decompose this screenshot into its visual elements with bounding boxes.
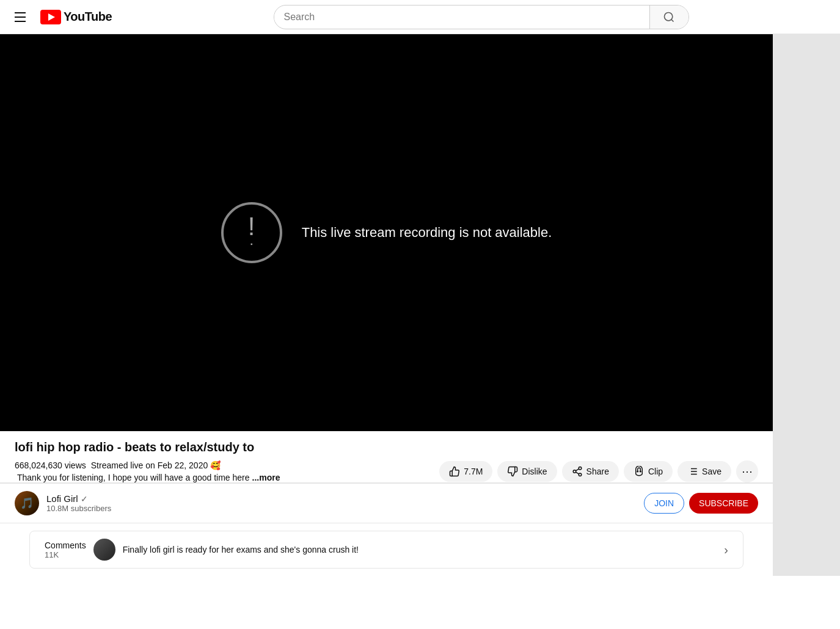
search-button[interactable] bbox=[649, 5, 688, 29]
subscriber-count: 10.8M subscribers bbox=[46, 504, 111, 513]
commenter-avatar-image bbox=[93, 539, 115, 561]
comments-bar[interactable]: Comments 11K Finally lofi girl is ready … bbox=[29, 531, 743, 569]
streamed-date: Streamed live on Feb 22, 2020 bbox=[91, 460, 208, 470]
action-buttons: 7.7M Dislike Share bbox=[439, 460, 758, 482]
svg-point-4 bbox=[579, 473, 582, 476]
share-icon bbox=[572, 466, 583, 477]
header-center bbox=[132, 5, 830, 29]
clip-label: Clip bbox=[648, 467, 663, 476]
comments-section: Comments 11K Finally lofi girl is ready … bbox=[0, 523, 773, 576]
channel-avatar[interactable]: 🎵 bbox=[15, 491, 39, 515]
emoji-decoration: 🥰 bbox=[210, 460, 221, 470]
video-meta-row: 668,024,630 views Streamed live on Feb 2… bbox=[15, 460, 758, 482]
search-input[interactable] bbox=[274, 12, 649, 23]
channel-name-row: Lofi Girl ✓ bbox=[46, 493, 111, 504]
save-label: Save bbox=[702, 467, 721, 476]
youtube-wordmark: YouTube bbox=[64, 10, 112, 24]
video-info: lofi hip hop radio - beats to relax/stud… bbox=[0, 431, 773, 482]
error-message: This live stream recording is not availa… bbox=[302, 225, 552, 241]
hamburger-menu[interactable] bbox=[10, 7, 31, 27]
clip-button[interactable]: Clip bbox=[624, 461, 673, 482]
description-snippet: Thank you for listening, I hope you will… bbox=[17, 473, 250, 482]
header: YouTube bbox=[0, 0, 840, 34]
like-count: 7.7M bbox=[464, 467, 483, 476]
video-stats: 668,024,630 views Streamed live on Feb 2… bbox=[15, 460, 393, 482]
thumbs-up-icon bbox=[449, 466, 460, 477]
exclamation-icon: ! bbox=[248, 214, 255, 239]
subscribe-button[interactable]: SUBSCRIBE bbox=[689, 493, 758, 514]
channel-details: Lofi Girl ✓ 10.8M subscribers bbox=[46, 493, 111, 513]
error-dot: ▪ bbox=[250, 241, 253, 247]
svg-line-6 bbox=[575, 469, 579, 471]
comments-label: Comments bbox=[45, 540, 86, 550]
svg-point-3 bbox=[573, 470, 576, 473]
verified-icon: ✓ bbox=[81, 494, 88, 504]
main-content: ! ▪ This live stream recording is not av… bbox=[0, 34, 840, 576]
chevron-right-icon: › bbox=[724, 543, 728, 557]
comment-avatar bbox=[93, 539, 115, 561]
view-count: 668,024,630 views bbox=[15, 460, 86, 470]
thumbs-down-icon bbox=[507, 466, 518, 477]
clip-icon bbox=[634, 466, 645, 477]
share-label: Share bbox=[586, 467, 609, 476]
more-dots-icon: ⋯ bbox=[742, 465, 753, 478]
more-options-button[interactable]: ⋯ bbox=[736, 460, 758, 482]
save-button[interactable]: Save bbox=[677, 461, 731, 482]
svg-point-2 bbox=[579, 467, 582, 470]
video-title: lofi hip hop radio - beats to relax/stud… bbox=[15, 438, 758, 456]
dislike-button[interactable]: Dislike bbox=[497, 461, 557, 482]
svg-point-0 bbox=[665, 12, 673, 20]
channel-buttons: JOIN SUBSCRIBE bbox=[644, 493, 758, 514]
video-player: ! ▪ This live stream recording is not av… bbox=[0, 34, 773, 431]
join-button[interactable]: JOIN bbox=[644, 493, 684, 514]
comments-count: 11K bbox=[45, 550, 86, 559]
channel-info: 🎵 Lofi Girl ✓ 10.8M subscribers bbox=[15, 491, 111, 515]
search-icon bbox=[663, 11, 675, 23]
error-circle-icon: ! ▪ bbox=[221, 202, 282, 263]
right-sidebar bbox=[773, 34, 840, 576]
channel-name[interactable]: Lofi Girl bbox=[46, 493, 78, 504]
comments-label-group: Comments 11K bbox=[45, 540, 86, 559]
svg-line-1 bbox=[671, 19, 674, 21]
more-link[interactable]: ...more bbox=[252, 473, 280, 482]
youtube-logo[interactable]: YouTube bbox=[40, 10, 112, 24]
error-container: ! ▪ This live stream recording is not av… bbox=[221, 202, 552, 263]
youtube-icon bbox=[40, 10, 61, 24]
header-left: YouTube bbox=[10, 7, 132, 27]
comment-preview: Finally lofi girl is ready for her exams… bbox=[123, 544, 717, 556]
save-icon bbox=[687, 466, 698, 477]
play-triangle-icon bbox=[48, 13, 55, 21]
svg-line-5 bbox=[575, 472, 579, 474]
like-button[interactable]: 7.7M bbox=[439, 461, 492, 482]
search-bar bbox=[274, 5, 689, 29]
channel-row: 🎵 Lofi Girl ✓ 10.8M subscribers JOIN SUB… bbox=[0, 483, 773, 523]
dislike-label: Dislike bbox=[522, 467, 547, 476]
avatar-image: 🎵 bbox=[15, 491, 39, 515]
share-button[interactable]: Share bbox=[562, 461, 619, 482]
video-section: ! ▪ This live stream recording is not av… bbox=[0, 34, 773, 576]
